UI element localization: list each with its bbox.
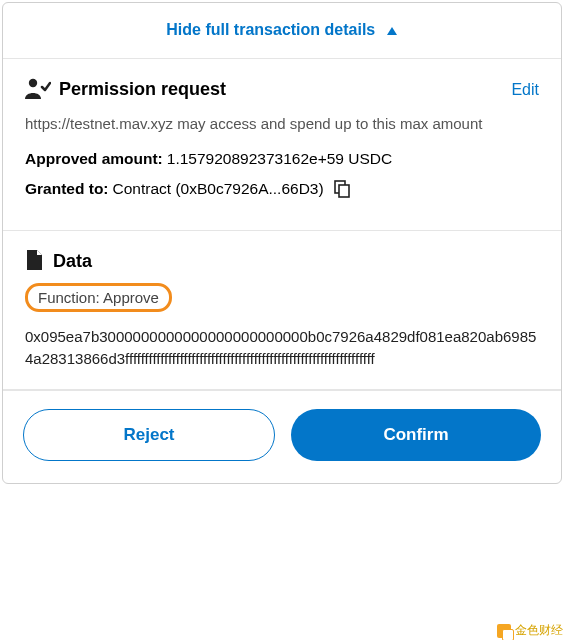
reject-button[interactable]: Reject xyxy=(23,409,275,461)
data-heading: Data xyxy=(53,251,92,272)
function-pill: Function: Approve xyxy=(25,283,172,312)
granted-to-row: Granted to: Contract (0xB0c7926A...66D3) xyxy=(25,180,539,198)
granted-to-label: Granted to: xyxy=(25,180,109,198)
data-section: Data Function: Approve 0x095ea7b30000000… xyxy=(3,231,561,391)
watermark-icon xyxy=(497,624,511,638)
approved-amount-label: Approved amount: xyxy=(25,150,163,168)
file-icon xyxy=(25,249,43,275)
svg-marker-0 xyxy=(387,27,397,35)
permission-request-section: Permission request Edit https://testnet.… xyxy=(3,59,561,231)
svg-point-1 xyxy=(29,79,37,87)
confirm-button[interactable]: Confirm xyxy=(291,409,541,461)
copy-icon[interactable] xyxy=(334,180,350,198)
edit-button[interactable]: Edit xyxy=(511,81,539,99)
approved-amount-value: 1.157920892373162e+59 USDC xyxy=(167,150,392,168)
svg-rect-3 xyxy=(339,185,349,197)
toggle-label: Hide full transaction details xyxy=(166,21,375,38)
watermark: 金色财经 xyxy=(497,622,563,639)
caret-up-icon xyxy=(386,22,398,40)
permission-description: https://testnet.mav.xyz may access and s… xyxy=(25,113,539,134)
footer-actions: Reject Confirm xyxy=(3,390,561,483)
transaction-details-panel: Hide full transaction details Permission… xyxy=(2,2,562,484)
permission-header: Permission request Edit xyxy=(25,77,539,103)
data-header: Data xyxy=(25,249,539,275)
watermark-text: 金色财经 xyxy=(515,622,563,639)
hide-details-toggle[interactable]: Hide full transaction details xyxy=(3,3,561,59)
user-check-icon xyxy=(25,77,59,103)
hex-data: 0x095ea7b3000000000000000000000000b0c792… xyxy=(25,326,539,370)
granted-to-value: Contract (0xB0c7926A...66D3) xyxy=(113,180,324,198)
permission-heading: Permission request xyxy=(59,79,511,100)
approved-amount-row: Approved amount: 1.157920892373162e+59 U… xyxy=(25,150,539,168)
